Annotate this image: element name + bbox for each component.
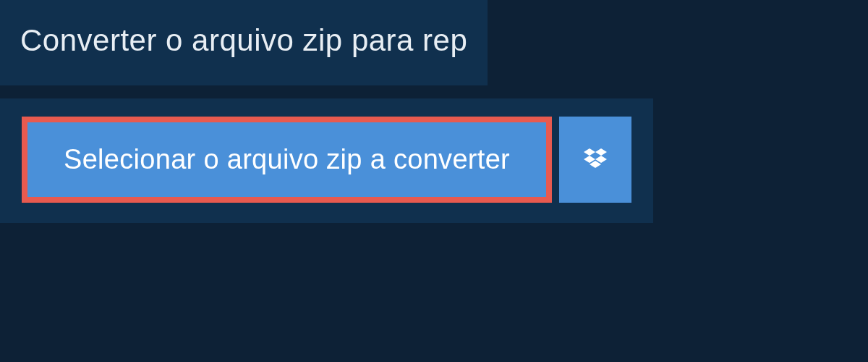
- dropbox-button[interactable]: [559, 117, 631, 203]
- select-file-button[interactable]: Selecionar o arquivo zip a converter: [22, 117, 552, 203]
- conversion-widget: Converter o arquivo zip para rep Selecio…: [0, 0, 868, 223]
- svg-marker-1: [595, 148, 607, 156]
- svg-marker-3: [595, 156, 607, 163]
- title-bar: Converter o arquivo zip para rep: [0, 0, 488, 85]
- dropbox-icon: [581, 146, 610, 174]
- action-panel: Selecionar o arquivo zip a converter: [0, 98, 653, 223]
- select-file-label: Selecionar o arquivo zip a converter: [64, 144, 510, 175]
- svg-marker-0: [584, 148, 595, 156]
- svg-marker-2: [584, 156, 595, 163]
- svg-marker-4: [590, 161, 601, 168]
- page-title: Converter o arquivo zip para rep: [20, 23, 467, 57]
